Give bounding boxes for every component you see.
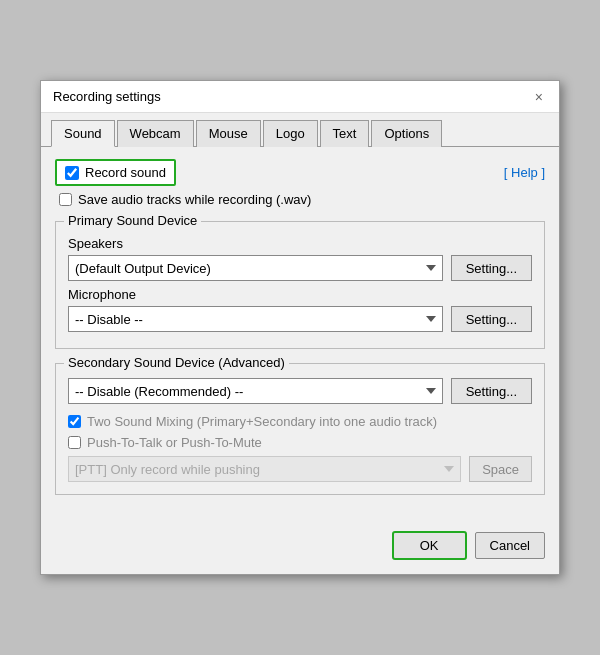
primary-sound-group: Primary Sound Device Speakers (Default O… [55, 221, 545, 349]
tab-options[interactable]: Options [371, 120, 442, 147]
help-link[interactable]: [ Help ] [504, 165, 545, 180]
secondary-row: -- Disable (Recommended) -- Setting... [68, 378, 532, 404]
microphone-dropdown[interactable]: -- Disable -- [68, 306, 443, 332]
tab-sound[interactable]: Sound [51, 120, 115, 147]
two-sound-mixing-checkbox[interactable] [68, 415, 81, 428]
recording-settings-dialog: Recording settings × Sound Webcam Mouse … [40, 80, 560, 575]
microphone-setting-button[interactable]: Setting... [451, 306, 532, 332]
secondary-group-label: Secondary Sound Device (Advanced) [64, 355, 289, 370]
tab-logo[interactable]: Logo [263, 120, 318, 147]
tab-bar: Sound Webcam Mouse Logo Text Options [41, 113, 559, 147]
microphone-row: -- Disable -- Setting... [68, 306, 532, 332]
tab-content: Record sound [ Help ] Save audio tracks … [41, 147, 559, 521]
ptt-options-row: [PTT] Only record while pushing Space [68, 456, 532, 482]
secondary-sound-group: Secondary Sound Device (Advanced) -- Dis… [55, 363, 545, 495]
speakers-dropdown[interactable]: (Default Output Device) [68, 255, 443, 281]
save-audio-checkbox[interactable] [59, 193, 72, 206]
microphone-label: Microphone [68, 287, 532, 302]
record-sound-box: Record sound [55, 159, 176, 186]
tab-mouse[interactable]: Mouse [196, 120, 261, 147]
dialog-title: Recording settings [53, 89, 161, 104]
secondary-setting-button[interactable]: Setting... [451, 378, 532, 404]
cancel-button[interactable]: Cancel [475, 532, 545, 559]
push-to-talk-row: Push-To-Talk or Push-To-Mute [68, 435, 532, 450]
speakers-label: Speakers [68, 236, 532, 251]
two-sound-mixing-row: Two Sound Mixing (Primary+Secondary into… [68, 414, 532, 429]
dialog-footer: OK Cancel [41, 521, 559, 574]
primary-group-label: Primary Sound Device [64, 213, 201, 228]
record-sound-checkbox[interactable] [65, 166, 79, 180]
speakers-setting-button[interactable]: Setting... [451, 255, 532, 281]
record-sound-row: Record sound [ Help ] [55, 159, 545, 186]
close-button[interactable]: × [531, 90, 547, 104]
speakers-row: (Default Output Device) Setting... [68, 255, 532, 281]
tab-webcam[interactable]: Webcam [117, 120, 194, 147]
ptt-dropdown: [PTT] Only record while pushing [68, 456, 461, 482]
ptt-key-display: Space [469, 456, 532, 482]
tab-text[interactable]: Text [320, 120, 370, 147]
save-audio-row: Save audio tracks while recording (.wav) [59, 192, 545, 207]
secondary-dropdown[interactable]: -- Disable (Recommended) -- [68, 378, 443, 404]
record-sound-label[interactable]: Record sound [65, 165, 166, 180]
ok-button[interactable]: OK [392, 531, 467, 560]
push-to-talk-checkbox[interactable] [68, 436, 81, 449]
title-bar: Recording settings × [41, 81, 559, 113]
